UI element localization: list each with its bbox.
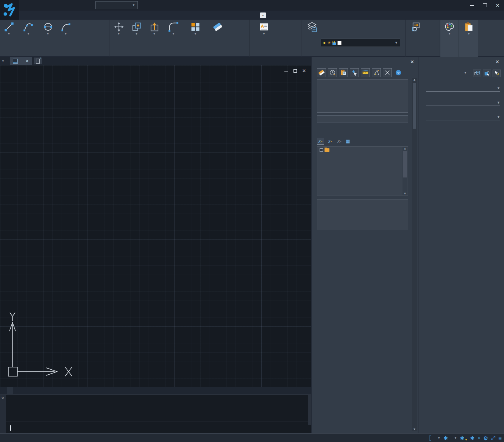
circle-button[interactable]: ▼	[39, 21, 57, 35]
layer-properties-button[interactable]	[303, 21, 321, 33]
close-drawing-button[interactable]: ✕	[302, 68, 306, 73]
edit-variable-button[interactable]: x+	[327, 138, 334, 144]
auto-annotation-icon[interactable]: ✱	[470, 435, 474, 441]
measure-distance-button[interactable]	[361, 68, 370, 77]
maximize-button[interactable]	[480, 1, 490, 9]
variables-toolbar: x+ x+ x× ▦	[317, 138, 408, 145]
calculator-scrollbar[interactable]: ▲▼	[412, 78, 417, 431]
annotation-scale-icon[interactable]: ✱	[443, 435, 448, 441]
paste-icon	[340, 69, 347, 76]
close-command-icon[interactable]: ✕	[0, 396, 6, 400]
section-header-view[interactable]: ▼	[426, 101, 500, 106]
intersection-button[interactable]	[383, 68, 392, 77]
status-bar: ▼ ✱ ▼ ✱● ✱ ⌖ ⚙ ⤢ ≡	[0, 433, 504, 442]
selection-dropdown[interactable]: ▼	[426, 71, 467, 76]
document-tab-bar: ▼ ✕	[0, 57, 311, 65]
restore-drawing-button[interactable]	[293, 69, 297, 73]
calculator-input-field[interactable]	[317, 115, 408, 123]
arc-button[interactable]: ▼	[57, 21, 75, 35]
erase-button[interactable]	[209, 21, 226, 33]
close-calculator-icon[interactable]: ✕	[410, 59, 414, 65]
app-logo[interactable]	[0, 0, 19, 20]
measure-angle-button[interactable]	[372, 68, 381, 77]
zwcad-logo-icon	[3, 3, 16, 17]
layer-color-swatch	[337, 41, 342, 45]
mtext-button[interactable]: ▼	[252, 21, 276, 35]
chevron-down-icon: ▼	[395, 41, 398, 45]
collapse-node-icon[interactable]: −	[320, 148, 323, 152]
close-properties-icon[interactable]: ✕	[495, 59, 499, 65]
workspace-selector[interactable]: ▼	[95, 1, 138, 9]
close-button[interactable]: ✕	[493, 1, 502, 9]
clock-icon	[329, 69, 336, 76]
quick-select-button[interactable]	[473, 70, 481, 77]
calculator-history-box[interactable]	[317, 79, 408, 113]
layer-combobox[interactable]: ● ☀ ▼	[321, 39, 400, 47]
help-button[interactable]	[394, 68, 403, 77]
divider	[141, 2, 141, 8]
menu-icon[interactable]: ≡	[498, 435, 502, 441]
command-scrollbar[interactable]	[308, 395, 311, 425]
ribbon-group-block	[406, 20, 440, 57]
erase-icon	[212, 22, 223, 32]
add-layout-button[interactable]	[7, 387, 13, 394]
ribbon-collapse-button[interactable]: ▲	[260, 12, 266, 18]
command-prompt[interactable]	[9, 425, 11, 431]
clipboard-button[interactable]: ▼	[459, 21, 478, 35]
copy-button[interactable]: ▼	[128, 21, 145, 35]
new-document-button[interactable]	[34, 58, 42, 64]
command-line-panel[interactable]: ✕	[0, 394, 311, 433]
selection-cursor-icon[interactable]: ⌖	[477, 435, 480, 441]
annotation-visibility-icon[interactable]: ✱	[460, 435, 465, 441]
calculator-toolbar	[312, 66, 418, 79]
toggle-pickadd-button[interactable]	[493, 70, 501, 77]
settings-gear-icon[interactable]: ⚙	[483, 435, 488, 441]
chevron-down-icon: ▼	[497, 101, 500, 104]
chevron-down-icon: ▼	[464, 71, 467, 75]
fillet-icon	[168, 22, 179, 32]
ucs-icon	[2, 310, 73, 378]
unit-precision-badge[interactable]	[429, 436, 431, 440]
title-bar: ▼ ✕	[0, 0, 504, 11]
minimize-button[interactable]	[467, 1, 477, 9]
move-button[interactable]: ▼	[110, 21, 128, 35]
get-coordinates-button[interactable]	[350, 68, 359, 77]
polyline-icon	[23, 22, 34, 32]
tree-scrollbar[interactable]: ▲▼	[403, 147, 407, 195]
chevron-down-icon: ▼	[454, 436, 457, 440]
clear-button[interactable]	[317, 68, 326, 77]
pickadd-icon	[494, 70, 500, 76]
insert-button[interactable]	[407, 21, 425, 33]
properties-panel: ✕ ▼ ▼ ▼ ▼	[418, 57, 504, 433]
tree-folder-row[interactable]: −	[317, 146, 408, 153]
paste-value-button[interactable]	[339, 68, 348, 77]
close-tab-icon[interactable]: ✕	[25, 59, 29, 64]
line-button[interactable]: ▼	[0, 21, 18, 35]
extrude-button[interactable]: ▼	[145, 21, 163, 35]
unlock-icon	[332, 42, 336, 45]
ribbon: ▼ ▼ ▼ ▼ ▼	[0, 20, 504, 57]
divider	[6, 422, 308, 422]
rect-array-button[interactable]: ▼	[184, 21, 207, 35]
select-objects-icon	[484, 70, 490, 76]
minimize-drawing-button[interactable]	[284, 72, 288, 72]
calculator-grid-icon[interactable]: ▦	[346, 139, 350, 144]
help-icon	[395, 69, 402, 76]
ribbon-group-draw: ▼ ▼ ▼ ▼	[0, 20, 109, 57]
delete-variable-button[interactable]: x×	[336, 138, 343, 144]
section-header-other[interactable]: ▼	[426, 115, 500, 120]
polyline-button[interactable]: ▼	[18, 21, 39, 35]
section-header-basic[interactable]: ▼	[426, 86, 500, 92]
fillet-button[interactable]: ▼	[163, 21, 184, 35]
chevron-down-icon[interactable]: ▼	[2, 59, 5, 63]
new-variable-button[interactable]: x+	[317, 138, 324, 145]
history-button[interactable]	[328, 68, 337, 77]
insert-icon	[411, 22, 422, 32]
fullscreen-icon[interactable]: ⤢	[491, 435, 495, 441]
variables-tree[interactable]: − ▲▼	[317, 146, 408, 196]
drawing-canvas[interactable]: ✕	[0, 65, 311, 387]
document-tab[interactable]: ✕	[10, 57, 32, 65]
clipboard-icon	[463, 22, 474, 32]
select-objects-button[interactable]	[483, 70, 491, 77]
properties-button[interactable]: ▼	[441, 21, 459, 35]
